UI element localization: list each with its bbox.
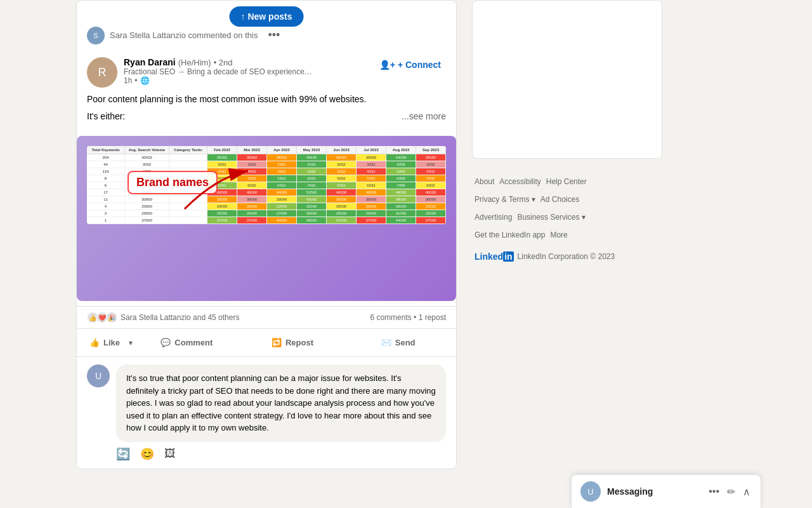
post-content: Poor content planning is the most common… <box>77 88 456 131</box>
post-reactions: 👍 ❤️ 🎉 Sara Stella Lattanzio and 45 othe… <box>77 306 456 328</box>
spreadsheet-header: Total Keywords Avg. Search Volume Catego… <box>87 146 446 154</box>
footer-link-advertising[interactable]: Advertising <box>475 210 512 225</box>
comment-section: U It's so true that poor content plannin… <box>77 356 456 469</box>
reaction-emoji-3: 🎉 <box>106 312 117 323</box>
messaging-bar: U Messaging ••• ✏ ∧ <box>571 474 761 508</box>
footer-links: About Accessibility Help Center Privacy … <box>472 169 662 271</box>
messaging-avatar: U <box>580 481 601 502</box>
post-actions: 👍 Like ▾ 💬 Comment 🔁 Repost ✉️ Send <box>77 328 456 356</box>
footer-row-4: Get the LinkedIn app More <box>475 227 660 243</box>
table-row: 420000 200002000022000320002000020000280… <box>87 203 446 210</box>
comment-text: It's so true that poor content planning … <box>126 373 436 432</box>
footer-link-privacy[interactable]: Privacy & Terms ▾ <box>475 192 535 207</box>
comment-image-button[interactable]: 🖼 <box>164 447 176 460</box>
like-icon: 👍 <box>89 338 100 347</box>
send-icon: ✉️ <box>381 338 391 347</box>
post-card: S Sara Stella Lattanzio commented on thi… <box>76 0 457 469</box>
send-button[interactable]: ✉️ Send <box>345 331 451 354</box>
more-options-button[interactable]: ••• <box>263 26 285 44</box>
table-row: 137000 370003700040000480003700037000440… <box>87 217 446 224</box>
messaging-actions: ••• ✏ ∧ <box>707 485 752 499</box>
right-sidebar: About Accessibility Help Center Privacy … <box>472 0 662 271</box>
commenter-avatar[interactable]: U <box>87 364 110 387</box>
reaction-summary: 👍 ❤️ 🎉 Sara Stella Lattanzio and 45 othe… <box>87 312 239 323</box>
footer-link-help[interactable]: Help Center <box>546 174 587 189</box>
comment-row: U It's so true that poor content plannin… <box>87 364 446 442</box>
messaging-compose-button[interactable]: ✏ <box>726 485 737 499</box>
repost-icon: 🔁 <box>272 338 282 347</box>
author-info: Ryan Darani (He/Him) • 2nd Fractional SE… <box>124 57 368 85</box>
comment-icon: 💬 <box>160 338 171 347</box>
footer-brand: Linkedin LinkedIn Corporation © 2023 <box>475 248 660 265</box>
footer-link-more[interactable]: More <box>550 227 567 243</box>
footer-row-3: Advertising Business Services ▾ <box>475 210 660 225</box>
footer-link-about[interactable]: About <box>475 174 494 189</box>
footer-row-2: Privacy & Terms ▾ Ad Choices <box>475 192 660 207</box>
ad-box <box>472 0 662 159</box>
new-posts-button[interactable]: ↑ New posts <box>230 6 304 27</box>
post-header: R Ryan Darani (He/Him) • 2nd Fractional … <box>77 50 456 88</box>
author-title: Fractional SEO → Bring a decade of SEO e… <box>124 67 314 76</box>
globe-icon: 🌐 <box>140 76 150 85</box>
messaging-more-button[interactable]: ••• <box>707 485 721 498</box>
author-pronoun: (He/Him) <box>178 58 211 67</box>
footer-link-accessibility[interactable]: Accessibility <box>499 174 540 189</box>
comment-bubble: It's so true that poor content planning … <box>116 364 446 442</box>
comment-actions: 🔄 😊 🖼 <box>87 442 446 461</box>
footer-link-adchoices[interactable]: Ad Choices <box>540 192 579 207</box>
arrow-annotation <box>178 164 254 215</box>
copyright-text: LinkedIn Corporation © 2023 <box>518 249 615 264</box>
comments-count[interactable]: 6 comments • 1 repost <box>370 313 446 322</box>
messaging-collapse-button[interactable]: ∧ <box>742 485 752 499</box>
footer-row-1: About Accessibility Help Center <box>475 174 660 189</box>
like-with-dropdown: 👍 Like ▾ <box>82 331 134 354</box>
author-connection: • 2nd <box>214 58 233 67</box>
notification-avatar: S <box>87 27 105 44</box>
table-row: 325000 250002500027000350002500025000310… <box>87 210 446 217</box>
author-avatar[interactable]: R <box>87 57 117 88</box>
table-row: 20430432 3508235082383024563035082350824… <box>87 154 446 161</box>
footer-link-app[interactable]: Get the LinkedIn app <box>475 227 545 243</box>
reaction-text[interactable]: Sara Stella Lattanzio and 45 others <box>121 313 239 322</box>
notification-text: Sara Stella Lattanzio commented on this <box>110 30 258 40</box>
footer-link-business[interactable]: Business Services ▾ <box>517 210 585 225</box>
comment-emoji-button[interactable]: 😊 <box>140 447 154 461</box>
connect-button[interactable]: 👤+ + Connect <box>374 57 446 72</box>
connect-icon: 👤+ <box>379 60 395 70</box>
messaging-title: Messaging <box>607 486 701 497</box>
like-dropdown-button[interactable]: ▾ <box>128 333 134 352</box>
notification-row: S Sara Stella Lattanzio commented on thi… <box>77 26 456 50</box>
repost-button[interactable]: 🔁 Repost <box>240 331 346 354</box>
post-main-text: Poor content planning is the most common… <box>87 93 446 106</box>
post-sub-text: It's either: ...see more <box>87 110 446 123</box>
table-row: 443032 30323032330245303032303240583032 <box>87 161 446 168</box>
post-time: 1h • 🌐 <box>124 76 368 85</box>
comment-react-button[interactable]: 🔄 <box>116 447 130 461</box>
author-name[interactable]: Ryan Darani <box>124 57 176 67</box>
comment-button[interactable]: 💬 Comment <box>134 331 240 354</box>
table-row: 1130000 30000300003300042000300003000038… <box>87 196 446 203</box>
see-more-link[interactable]: ...see more <box>402 110 446 123</box>
like-button[interactable]: 👍 Like <box>82 331 128 354</box>
post-image: Total Keywords Avg. Search Volume Catego… <box>77 136 456 301</box>
linkedin-logo: Linkedin <box>475 248 514 265</box>
